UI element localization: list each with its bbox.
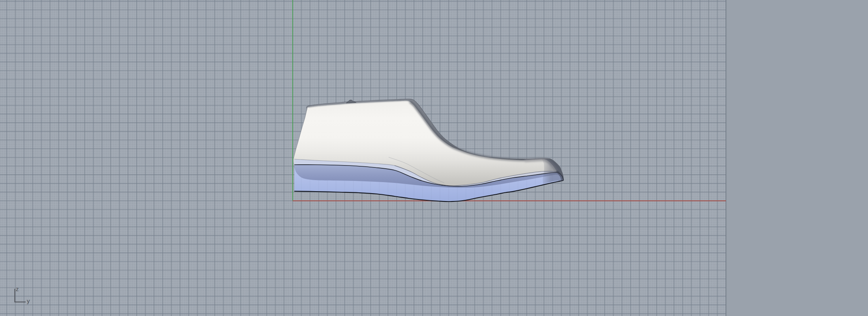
svg-text:z: z — [16, 286, 19, 292]
svg-text:y: y — [27, 297, 30, 304]
